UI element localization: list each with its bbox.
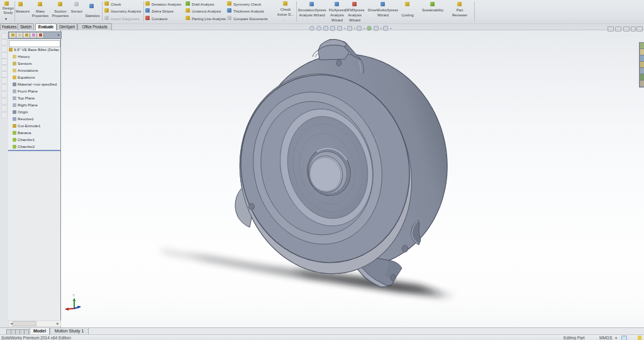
svg-text:Y: Y [72,293,75,297]
